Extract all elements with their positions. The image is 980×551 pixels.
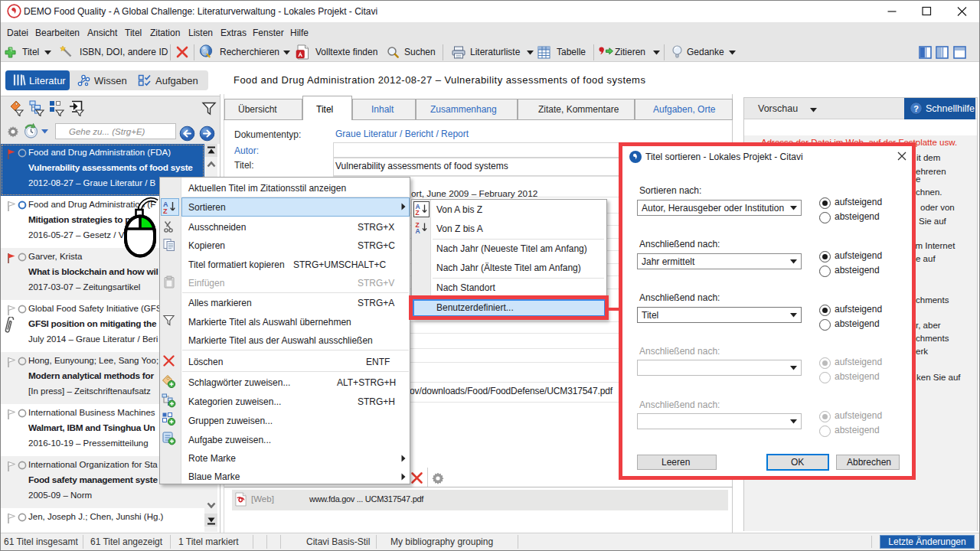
svg-text:Z: Z (163, 207, 168, 215)
svg-text:Z: Z (416, 209, 420, 216)
svg-text:A: A (416, 227, 420, 234)
svg-text:?: ? (913, 104, 919, 113)
